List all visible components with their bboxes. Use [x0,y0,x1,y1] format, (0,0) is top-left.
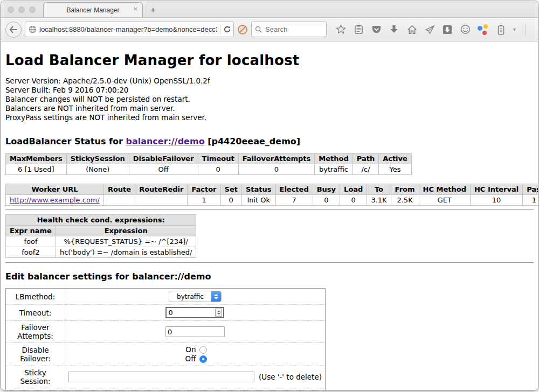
persist-note-line: Balancer changes will NOT be persisted o… [5,95,534,104]
cell-hc-interval: 10 [470,195,522,206]
col-busy: Busy [313,184,340,195]
inherit-note-line: Balancers are NOT inherited from main se… [5,104,534,113]
url-input[interactable] [39,25,217,33]
cell-method: bytraffic [315,164,353,175]
minimize-window-button[interactable] [18,6,25,13]
search-icon [255,26,262,33]
lbmethod-select[interactable]: bytraffic [169,291,222,302]
cell-path: /c/ [353,164,378,175]
cell-load: 0 [340,195,367,206]
cell-expression: %{REQUEST_STATUS} =~ /^[234]/ [56,236,196,247]
failover-on-radio[interactable] [199,346,207,354]
page-content: Load Balancer Manager for localhost Serv… [1,41,538,390]
lbmethod-row: LBmethod: bytraffic [6,289,326,305]
col-set: Set [220,184,241,195]
col-active: Active [379,153,412,164]
col-failoverattempts: FailoverAttempts [238,153,315,164]
cell-expr-name: foof [6,236,56,247]
cell-status: Init Ok [241,195,275,206]
home-icon[interactable] [406,24,417,35]
close-window-button[interactable] [8,6,14,13]
page-title: Load Balancer Manager for localhost [5,52,534,68]
video-download-icon[interactable] [442,24,453,35]
status-heading-suffix: [p4420eeae_demo] [205,136,301,146]
cell-routeredir [135,195,188,206]
divider [5,209,534,211]
tab-balancer-manager[interactable]: Balancer Manager × [43,2,143,17]
bookmark-star-icon[interactable] [335,24,346,35]
noscript-icon[interactable] [237,24,248,35]
worker-header-row: Worker URL Route RouteRedir Factor Set S… [6,184,538,195]
balancer-status-table: MaxMembers StickySession DisableFailover… [5,153,412,175]
sticky-session-input[interactable] [68,372,254,382]
balancer-demo-link[interactable]: balancer://demo [126,136,204,146]
loadbalancer-status-heading: LoadBalancer Status for balancer://demo … [5,136,534,146]
edit-balancer-form: LBmethod: bytraffic Timeout: [5,288,326,390]
zoom-window-button[interactable] [29,6,36,13]
add-worker-label: Add New Worker: [6,388,65,390]
send-icon[interactable] [424,24,435,35]
toolbar-icons: ▾ [335,23,538,36]
reload-icon[interactable] [223,25,231,33]
col-hc-interval: HC Interval [470,184,522,195]
server-built-line: Server Built: Feb 9 2016 07:00:20 [5,86,534,95]
lbmethod-selected-value: bytraffic [169,293,211,300]
navigation-toolbar: ▾ [1,18,538,41]
col-elected: Elected [275,184,313,195]
cell-from: 2.5K [391,195,419,206]
search-input[interactable] [265,25,323,33]
number-spinner-icon[interactable] [215,309,222,317]
col-expr-name: Expr name [6,226,56,236]
menu-icon[interactable] [535,24,538,35]
back-button[interactable] [5,22,22,38]
health-row-foof2: foof2 hc('body') =~ /domain is establish… [6,247,196,258]
balancer-header-row: MaxMembers StickySession DisableFailover… [6,153,412,164]
sticky-session-row: Sticky Session: (Use '-' to delete) [6,366,326,388]
status-heading-prefix: LoadBalancer Status for [5,136,126,146]
new-tab-button[interactable]: + [150,5,156,15]
toolbar-separator [525,23,526,36]
battery-extension-icon[interactable] [495,24,506,35]
tab-bar: Balancer Manager × + [1,1,538,18]
failover-attempts-input[interactable] [165,326,225,337]
col-routeredir: RouteRedir [135,184,188,195]
on-label: On [183,345,196,354]
tab-close-icon[interactable]: × [133,5,137,12]
col-load: Load [340,184,367,195]
health-row-foof: foof %{REQUEST_STATUS} =~ /^[234]/ [6,236,196,247]
server-version-line: Server Version: Apache/2.5.0-dev (Unix) … [5,76,534,86]
failover-on-option: On [68,345,322,354]
extension-colorful-icon[interactable] [478,24,488,35]
col-factor: Factor [188,184,220,195]
select-stepper-icon [211,291,221,302]
tab-title: Balancer Manager [66,6,119,14]
worker-data-row: http://www.example.com/ 1 0 Init Ok 7 0 … [6,195,538,206]
health-check-table: Health check cond. expressions: Expr nam… [5,214,196,258]
col-to: To [367,184,391,195]
timeout-row: Timeout: [6,305,326,321]
chevron-down-icon[interactable]: ▾ [513,26,516,32]
reading-list-icon[interactable] [353,24,364,35]
worker-url-link[interactable]: http://www.example.com/ [10,196,100,204]
cell-passes: 1 (0) [523,195,538,206]
traffic-lights [8,6,36,13]
cell-disablefailover: Off [129,164,198,175]
timeout-input[interactable] [167,309,215,317]
pocket-icon[interactable] [371,24,382,35]
disable-failover-label: Disable Failover: [6,343,65,366]
col-from: From [391,184,419,195]
download-icon[interactable] [389,24,399,35]
disable-failover-row: Disable Failover: On Off [6,343,326,366]
cell-route [103,195,135,206]
failover-off-option: Off [68,354,322,363]
cell-to: 3.1K [367,195,391,206]
col-timeout: Timeout [198,153,238,164]
cell-set: 0 [220,195,241,206]
failover-off-radio[interactable] [199,355,207,363]
url-bar[interactable] [25,22,234,37]
sticky-session-hint: (Use '-' to delete) [259,373,322,381]
search-bar[interactable] [251,22,327,37]
feedback-smiley-icon[interactable] [460,24,471,35]
col-maxmembers: MaxMembers [6,153,67,164]
col-path: Path [353,153,378,164]
